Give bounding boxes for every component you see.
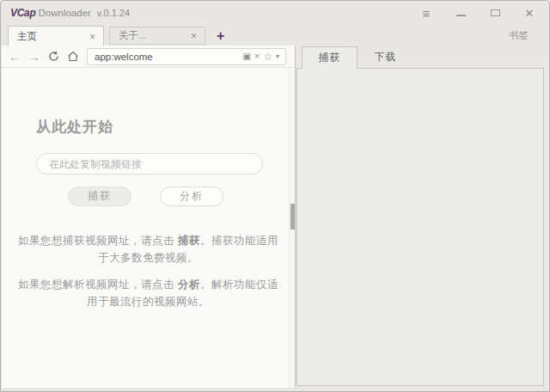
menu-icon[interactable]: ≡ [420,7,432,19]
page-title: 从此处开始 [36,117,295,137]
app-name: Downloader [38,8,90,18]
action-buttons: 捕获 分析 [2,187,290,206]
chevron-down-icon[interactable]: ▾ [274,53,281,60]
analyze-button[interactable]: 分析 [160,187,223,206]
tab-about-label: 关于... [119,29,189,42]
titlebar: VCap Downloader v.0.1.24 ≡ ✕ [1,1,549,25]
analyze-help-text: 如果您想解析视频网址，请点击 分析。解析功能仅适用于最流行的视频网站。 [17,276,280,310]
new-tab-button[interactable]: + [214,29,227,43]
address-url[interactable]: app:welcome [95,52,241,62]
capture-button[interactable]: 捕获 [68,187,131,206]
app-window: VCap Downloader v.0.1.24 ≡ ✕ 主页 × 关于... … [0,0,550,392]
back-icon[interactable]: ← [9,51,21,63]
stop-icon[interactable]: × [253,52,261,61]
address-bar[interactable]: app:welcome ▣ × ☆ ▾ [87,48,286,65]
brand-name: VCap [10,7,35,19]
bookmarks-button[interactable]: 书签 [509,29,529,42]
home-icon[interactable] [67,51,79,62]
side-panel-tabs: 捕获 下载 [296,46,548,68]
side-panel: 捕获 下载 [296,46,548,388]
capture-help-text: 如果您想捕获视频网址，请点击 捕获。捕获功能适用于大多数免费视频。 [17,232,280,266]
star-icon[interactable]: ☆ [261,52,274,62]
browser-pane: ← → app:welcome ▣ × [2,46,296,388]
welcome-page: 从此处开始 捕获 分析 如果您想捕获视频网址，请点击 捕获。捕获功能适用于大多数… [2,68,295,388]
tab-about[interactable]: 关于... × [109,27,205,45]
app-version: v.0.1.24 [97,8,130,18]
tab-home[interactable]: 主页 × [8,26,104,46]
main-area: ← → app:welcome ▣ × [2,46,548,388]
maximize-icon[interactable] [489,7,501,19]
tab-strip: 主页 × 关于... × + 书签 [1,25,549,46]
forward-icon[interactable]: → [28,51,40,63]
vertical-scrollbar[interactable] [289,68,295,388]
minimize-icon[interactable] [455,7,467,19]
tab-close-icon[interactable]: × [88,31,97,43]
window-controls: ≡ ✕ [420,7,535,19]
video-url-input[interactable] [36,153,263,175]
app-logo: VCap Downloader v.0.1.24 [10,7,130,19]
tab-capture[interactable]: 捕获 [302,46,358,69]
tab-home-label: 主页 [17,30,88,43]
tab-close-icon[interactable]: × [189,30,199,42]
reader-mode-icon[interactable]: ▣ [241,52,253,61]
tab-download[interactable]: 下载 [358,46,413,68]
close-icon[interactable]: ✕ [523,7,535,19]
refresh-icon[interactable] [48,51,59,62]
scrollbar-thumb[interactable] [290,204,295,230]
capture-list-panel [296,68,544,386]
navigation-bar: ← → app:welcome ▣ × [2,46,295,68]
